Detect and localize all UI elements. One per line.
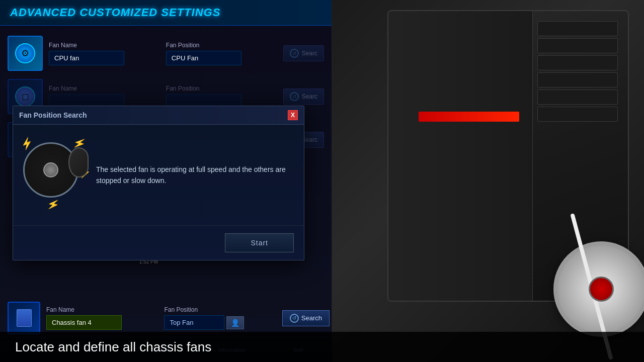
search-button-cpu[interactable]: ↺ Searc <box>283 45 324 61</box>
fan-row-cpu: ⚙ Fan Name Fan Position ↺ Searc <box>8 36 324 71</box>
drive-bay-1 <box>537 21 618 36</box>
fan-name-label-chassis4: Fan Name <box>46 306 158 313</box>
dialog-titlebar: Fan Position Search X <box>13 106 304 125</box>
subtitle-text: Locate and define all chassis fans <box>15 339 211 355</box>
search-label-chassis4: Search <box>301 314 322 322</box>
fan-row-chassis4: Fan Name Fan Position 👤 ↺ Search <box>8 302 330 334</box>
search-label-cpu: Searc <box>302 50 317 57</box>
drive-bays <box>537 21 618 124</box>
fan-position-label-cpu: Fan Position <box>166 42 277 49</box>
fan-position-label-dimmed: Fan Position <box>166 85 277 92</box>
search-label-dimmed: Searc <box>302 93 317 100</box>
fan-position-fields-chassis4: Fan Position 👤 <box>164 306 276 330</box>
fan-name-input-cpu[interactable] <box>49 51 124 65</box>
dialog-footer: Start <box>13 225 304 260</box>
fan-name-label-dimmed: Fan Name <box>49 85 160 92</box>
fan-fields-cpu: Fan Name <box>49 42 160 65</box>
dialog-fan-center <box>43 162 58 177</box>
search-button-chassis4[interactable]: ↺ Search <box>282 310 330 326</box>
fan-icon-dimmed-inner: ◻ <box>15 86 35 107</box>
fan-position-input-cpu[interactable] <box>166 51 242 65</box>
start-button[interactable]: Start <box>225 233 294 252</box>
fan-position-input-chassis4[interactable] <box>164 315 224 330</box>
search-button-dimmed[interactable]: ↺ Searc <box>283 88 324 105</box>
drive-bay-5 <box>537 89 618 105</box>
ear-icon <box>68 147 89 177</box>
position-search-icon-button[interactable]: 👤 <box>226 316 244 329</box>
lightning-bottom-icon: ⚡ <box>46 197 61 212</box>
fan-name-input-chassis4[interactable] <box>46 315 122 330</box>
photo-panel <box>332 0 644 362</box>
red-component <box>419 112 519 122</box>
fan-position-dialog: Fan Position Search X ⚡ ⚡ ⚡ ⚡ The select… <box>13 106 304 260</box>
drive-bay-2 <box>537 38 618 53</box>
dialog-title: Fan Position Search <box>19 111 87 119</box>
dialog-fan-graphic: ⚡ ⚡ ⚡ ⚡ <box>23 142 84 208</box>
fan-position-fields-cpu: Fan Position <box>166 42 277 65</box>
subtitle-bar: Locate and define all chassis fans <box>0 332 644 362</box>
case-fan-image <box>553 241 644 342</box>
drive-bay-4 <box>537 72 618 87</box>
fan-name-label-cpu: Fan Name <box>49 42 160 49</box>
dialog-body: ⚡ ⚡ ⚡ ⚡ The selected fan is operating at… <box>13 125 304 225</box>
bios-panel: ADVANCED CUSTOMIZED SETTINGS ⚙ Fan Name … <box>0 0 332 362</box>
drive-bay-6 <box>537 107 618 122</box>
fan-fields-dimmed: Fan Name <box>49 85 160 109</box>
search-icon-cpu: ↺ <box>290 49 299 58</box>
dialog-message: The selected fan is operating at full sp… <box>96 164 294 187</box>
search-icon-dimmed: ↺ <box>290 92 299 101</box>
fan-hub <box>589 277 614 302</box>
fan-position-label-chassis4: Fan Position <box>164 306 276 313</box>
dialog-close-button[interactable]: X <box>288 110 298 120</box>
fan-position-fields-dimmed: Fan Position <box>166 85 277 109</box>
fan-icon-cpu: ⚙ <box>8 36 43 71</box>
bios-header: ADVANCED CUSTOMIZED SETTINGS <box>0 0 332 26</box>
search-icon-chassis4: ↺ <box>290 314 299 323</box>
fan-icon-cpu-inner: ⚙ <box>15 43 35 63</box>
fan-icon-chassis4 <box>8 302 40 334</box>
drive-bay-3 <box>537 55 618 70</box>
bios-title: ADVANCED CUSTOMIZED SETTINGS <box>10 6 321 19</box>
fan-circle-outer <box>553 241 644 337</box>
fan-fields-chassis4: Fan Name <box>46 306 158 330</box>
